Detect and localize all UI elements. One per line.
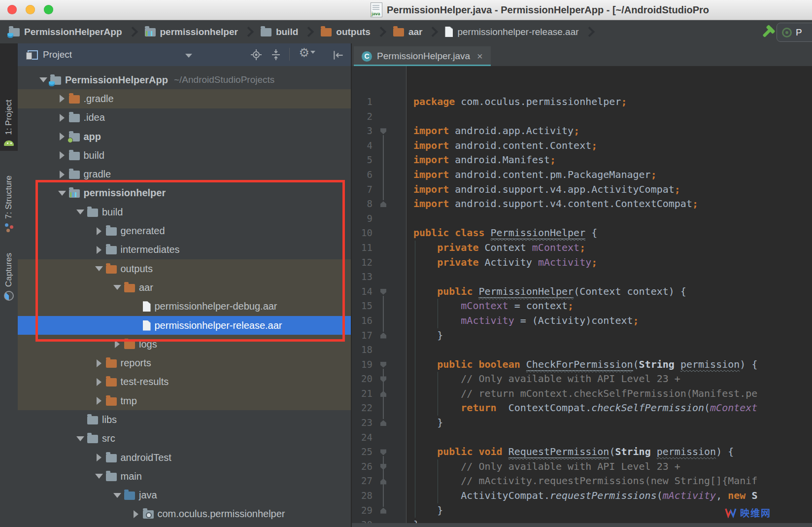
- tree-row[interactable]: app: [18, 127, 351, 146]
- editor-tab-permissionhelper[interactable]: C PermissionHelper.java ×: [354, 46, 491, 66]
- breadcrumb-item[interactable]: outputs: [321, 27, 371, 37]
- structure-icon: [4, 223, 14, 233]
- tree-row[interactable]: tmp: [18, 391, 351, 410]
- tree-row[interactable]: reports: [18, 353, 351, 372]
- breadcrumb-item[interactable]: aar: [393, 27, 423, 37]
- tree-row[interactable]: aar: [18, 278, 351, 297]
- line-number: 4: [352, 139, 406, 153]
- tree-row[interactable]: .idea: [18, 108, 351, 127]
- tree-row[interactable]: gradle: [18, 165, 351, 183]
- code-area[interactable]: 1234567891011121314151617181920212223242…: [352, 66, 812, 527]
- project-toolwindow-icon: [28, 50, 38, 60]
- code-text[interactable]: package com.oculus.permissionhelper;impo…: [407, 66, 812, 527]
- stripe-tab-captures[interactable]: Captures: [0, 246, 18, 305]
- tree-row[interactable]: permissionhelper-debug.aar: [18, 297, 351, 316]
- tree-item-label: main: [121, 471, 142, 482]
- hide-panel-icon[interactable]: [332, 49, 345, 62]
- breadcrumb-label: permissionhelper-release.aar: [457, 27, 578, 37]
- stripe-tab----project[interactable]: 1: Project: [0, 43, 18, 151]
- tree-item-label: .idea: [84, 112, 105, 123]
- expand-arrow[interactable]: [111, 340, 124, 348]
- tree-row[interactable]: generated: [18, 221, 351, 240]
- tree-row[interactable]: logs: [18, 335, 351, 353]
- line-number: 22: [352, 401, 406, 416]
- expand-arrow[interactable]: [93, 227, 106, 235]
- indent-guide: [438, 299, 438, 328]
- tree-row[interactable]: build: [18, 146, 351, 165]
- close-tab-icon[interactable]: ×: [477, 51, 483, 62]
- expand-arrow[interactable]: [56, 191, 69, 196]
- expand-arrow[interactable]: [111, 493, 124, 498]
- line-number: 19: [352, 357, 406, 372]
- expand-arrow[interactable]: [56, 151, 69, 159]
- expand-arrow[interactable]: [56, 95, 69, 103]
- tree-row[interactable]: libs: [18, 410, 351, 429]
- line-number: 13: [352, 270, 406, 284]
- tree-item-label: intermediates: [121, 244, 180, 255]
- code-token: android.Manifest: [455, 154, 550, 166]
- folder-gray-icon: [69, 114, 80, 122]
- collapse-all-icon[interactable]: [270, 49, 282, 61]
- editor-tab-label: PermissionHelper.java: [377, 51, 470, 62]
- expand-arrow[interactable]: [93, 266, 106, 271]
- expand-arrow[interactable]: [56, 114, 69, 122]
- expand-arrow[interactable]: [74, 436, 87, 441]
- tree-row[interactable]: outputs: [18, 259, 351, 278]
- code-line: import android.Manifest;: [413, 153, 812, 168]
- tree-row[interactable]: src: [18, 429, 351, 448]
- zoom-window-button[interactable]: [44, 5, 53, 14]
- code-token: String: [639, 358, 680, 370]
- close-window-button[interactable]: [7, 5, 17, 14]
- breadcrumb-item[interactable]: PermissionHelperApp: [9, 27, 122, 37]
- chevron-right-icon: [243, 27, 254, 37]
- chevron-down-icon[interactable]: [185, 54, 192, 58]
- line-number: 9: [352, 211, 406, 226]
- expand-arrow[interactable]: [111, 285, 124, 290]
- tree-row[interactable]: PermissionHelperApp~/AndroidStudioProjec…: [18, 70, 351, 89]
- tree-row[interactable]: test-results: [18, 373, 351, 391]
- expand-arrow[interactable]: [56, 133, 69, 141]
- code-token: ,: [716, 490, 728, 501]
- tree-row[interactable]: main: [18, 467, 351, 486]
- tree-row[interactable]: intermediates: [18, 241, 351, 259]
- run-configuration-selector[interactable]: P: [777, 23, 812, 42]
- expand-arrow[interactable]: [93, 378, 106, 386]
- expand-arrow[interactable]: [93, 454, 106, 461]
- android-icon: [3, 139, 15, 147]
- tree-row[interactable]: res: [18, 524, 351, 527]
- stripe-tab----structure[interactable]: 7: Structure: [0, 162, 18, 237]
- expand-arrow[interactable]: [93, 246, 106, 254]
- locate-icon[interactable]: [250, 49, 262, 61]
- code-token: ) {: [716, 446, 734, 457]
- gear-icon[interactable]: ⚙: [299, 47, 315, 59]
- code-token: (: [657, 490, 663, 501]
- expand-arrow[interactable]: [93, 397, 106, 405]
- tree-row[interactable]: androidTest: [18, 448, 351, 467]
- breadcrumb-item[interactable]: build: [261, 27, 298, 37]
- tree-row[interactable]: com.oculus.permissionhelper: [18, 505, 351, 524]
- folder-gray-icon: [106, 246, 117, 254]
- expand-arrow[interactable]: [56, 171, 69, 178]
- tree-row[interactable]: permissionhelper-release.aar: [18, 316, 351, 335]
- expand-arrow[interactable]: [74, 210, 87, 214]
- code-token: S: [751, 490, 757, 501]
- expand-arrow[interactable]: [130, 510, 143, 518]
- code-token: mContext: [461, 300, 508, 312]
- expand-arrow[interactable]: [93, 474, 106, 479]
- tree-row[interactable]: java: [18, 486, 351, 505]
- code-token: // return mContext.checkSelfPermission(M…: [461, 387, 757, 399]
- tree-item-label: build: [84, 150, 104, 161]
- breadcrumb-item[interactable]: permissionhelper: [145, 27, 238, 37]
- tree-row[interactable]: .gradle: [18, 89, 351, 108]
- minimize-window-button[interactable]: [26, 5, 35, 14]
- expand-arrow[interactable]: [93, 359, 106, 367]
- line-number: 15: [352, 299, 406, 314]
- tree-row[interactable]: build: [18, 203, 351, 221]
- folder-orange-icon: [106, 397, 117, 406]
- stripe-tab-label: 1: Project: [4, 100, 14, 135]
- package-icon: [143, 510, 154, 519]
- tree-row[interactable]: permissionhelper: [18, 184, 351, 203]
- breadcrumb-item[interactable]: permissionhelper-release.aar: [445, 27, 578, 37]
- horizontal-scrollbar[interactable]: [352, 523, 812, 527]
- make-project-button[interactable]: [760, 24, 777, 40]
